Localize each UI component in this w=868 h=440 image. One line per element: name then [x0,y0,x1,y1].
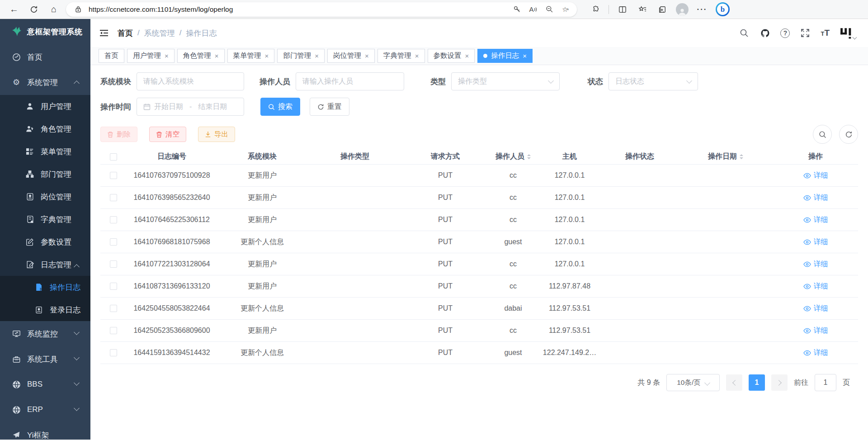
close-icon[interactable]: × [415,52,419,60]
table-refresh-button[interactable] [839,125,858,144]
col-date[interactable]: 操作日期 [678,152,773,161]
help-icon[interactable]: ? [780,28,790,38]
export-button[interactable]: 导出 [198,127,235,142]
col-operator[interactable]: 操作人员 [488,152,538,161]
tab-operation-log[interactable]: 操作日志× [477,49,533,63]
chevron-down-icon [853,35,857,40]
row-checkbox[interactable] [110,238,117,246]
close-icon[interactable]: × [265,52,269,60]
split-screen-icon[interactable] [616,3,629,16]
close-icon[interactable]: × [165,52,169,60]
row-checkbox[interactable] [110,283,117,290]
row-checkbox[interactable] [110,349,117,356]
sidebar-item-log-management[interactable]: 日志管理 [0,253,90,276]
sort-icon[interactable] [527,154,531,159]
sidebar-item-home[interactable]: 首页 [0,44,90,70]
date-range-picker[interactable]: 开始日期 - 结束日期 [137,98,244,116]
page-size-select[interactable]: 10条/页 [666,374,720,391]
read-aloud-icon[interactable]: A [527,4,539,15]
detail-link[interactable]: 详细 [803,171,828,180]
prev-page-button[interactable] [726,374,742,391]
tab-post-management[interactable]: 岗位管理× [327,49,375,63]
detail-link[interactable]: 详细 [803,282,828,291]
detail-link[interactable]: 详细 [803,348,828,358]
close-icon[interactable]: × [315,52,319,60]
browser-refresh-button[interactable] [26,2,42,17]
favorites-add-icon[interactable]: ☆+ [560,4,571,15]
fullscreen-icon[interactable] [800,28,811,38]
detail-link[interactable]: 详细 [803,215,828,225]
extensions-icon[interactable] [589,3,601,16]
font-size-icon[interactable]: TT [821,28,830,38]
sidebar-item-user-management[interactable]: 用户管理 [0,95,90,118]
sidebar-item-parameter-settings[interactable]: 参数设置 [0,231,90,253]
sidebar-item-yi-framework[interactable]: Yi框架 [0,422,90,440]
row-checkbox[interactable] [110,194,117,201]
browser-profile-avatar[interactable] [676,3,689,16]
row-checkbox[interactable] [110,305,117,312]
sidebar-collapse-icon[interactable] [99,28,109,38]
favorites-bar-icon[interactable] [636,3,649,16]
clear-button[interactable]: 清空 [149,127,186,142]
detail-link[interactable]: 详细 [803,260,828,269]
detail-link[interactable]: 详细 [803,237,828,247]
close-icon[interactable]: × [365,52,369,60]
sidebar-item-system-monitor[interactable]: 系统监控 [0,321,90,346]
sidebar-item-role-management[interactable]: 角色管理 [0,118,90,140]
close-icon[interactable]: × [215,52,219,60]
goto-page-input[interactable] [815,374,836,391]
sidebar-item-post-management[interactable]: 岗位管理 [0,185,90,208]
search-icon[interactable] [739,28,750,38]
url-text[interactable]: https://ccnetcore.com:1101/system/log/op… [89,5,506,14]
row-checkbox[interactable] [110,260,117,268]
sidebar-item-system-management[interactable]: ⚙ 系统管理 [0,70,90,95]
delete-button[interactable]: 删除 [100,127,137,142]
browser-home-button[interactable]: ⌂ [46,2,61,17]
next-page-button[interactable] [771,374,788,391]
browser-back-button[interactable]: ← [6,2,22,17]
sidebar-item-system-tools[interactable]: 系统工具 [0,346,90,372]
row-checkbox[interactable] [110,216,117,223]
type-select[interactable]: 操作类型 [451,72,560,90]
module-input[interactable] [137,72,244,90]
sidebar-item-menu-management[interactable]: 菜单管理 [0,140,90,163]
yi-logo[interactable] [840,27,856,39]
sidebar-item-operation-log[interactable]: 操作日志 [0,276,90,298]
tab-user-management[interactable]: 用户管理× [127,49,175,63]
password-key-icon[interactable] [511,4,523,15]
browser-menu-icon[interactable]: ··· [696,3,708,16]
detail-link[interactable]: 详细 [803,326,828,336]
sidebar-item-login-log[interactable]: 登录日志 [0,298,90,321]
row-checkbox[interactable] [110,172,117,179]
github-icon[interactable] [760,28,770,38]
search-button[interactable]: 搜索 [260,98,300,116]
row-checkbox[interactable] [110,327,117,334]
page-1-button[interactable]: 1 [749,374,765,391]
bing-chat-icon[interactable]: b [716,2,730,16]
tab-department-management[interactable]: 部门管理× [277,49,325,63]
col-type: 操作类型 [307,152,402,161]
tab-parameter-settings[interactable]: 参数设置× [428,49,475,63]
table-search-button[interactable] [813,125,832,144]
tab-home[interactable]: 首页 [99,49,124,63]
select-all-checkbox[interactable] [110,153,117,161]
tab-menu-management[interactable]: 菜单管理× [227,49,275,63]
status-select[interactable]: 日志状态 [609,72,698,90]
collections-icon[interactable] [656,3,669,16]
sidebar-item-erp[interactable]: ERP [0,397,90,422]
address-bar[interactable]: https://ccnetcore.com:1101/system/log/op… [66,2,577,17]
detail-link[interactable]: 详细 [803,193,828,203]
tab-dictionary-management[interactable]: 字典管理× [377,49,425,63]
close-icon[interactable]: × [465,52,469,60]
close-icon[interactable]: × [523,52,527,60]
breadcrumb-home[interactable]: 首页 [118,28,133,38]
detail-link[interactable]: 详细 [803,304,828,313]
zoom-out-icon[interactable] [543,4,555,15]
sort-icon[interactable] [740,154,743,159]
sidebar-item-department-management[interactable]: 部门管理 [0,163,90,185]
reset-button[interactable]: 重置 [310,98,349,116]
sidebar-item-bbs[interactable]: BBS [0,372,90,397]
sidebar-item-dictionary-management[interactable]: 字典管理 [0,208,90,231]
tab-role-management[interactable]: 角色管理× [177,49,225,63]
operator-input[interactable] [296,72,404,90]
